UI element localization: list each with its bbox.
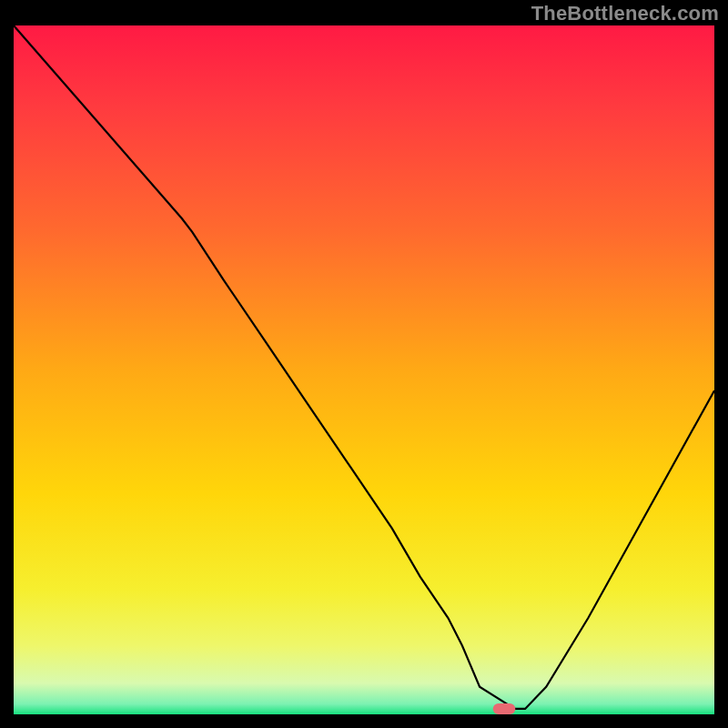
- chart-frame: TheBottleneck.com: [0, 0, 728, 728]
- bottleneck-chart: [14, 25, 714, 714]
- optimal-marker: [493, 703, 516, 714]
- plot-background: [14, 25, 714, 714]
- watermark-label: TheBottleneck.com: [531, 2, 719, 25]
